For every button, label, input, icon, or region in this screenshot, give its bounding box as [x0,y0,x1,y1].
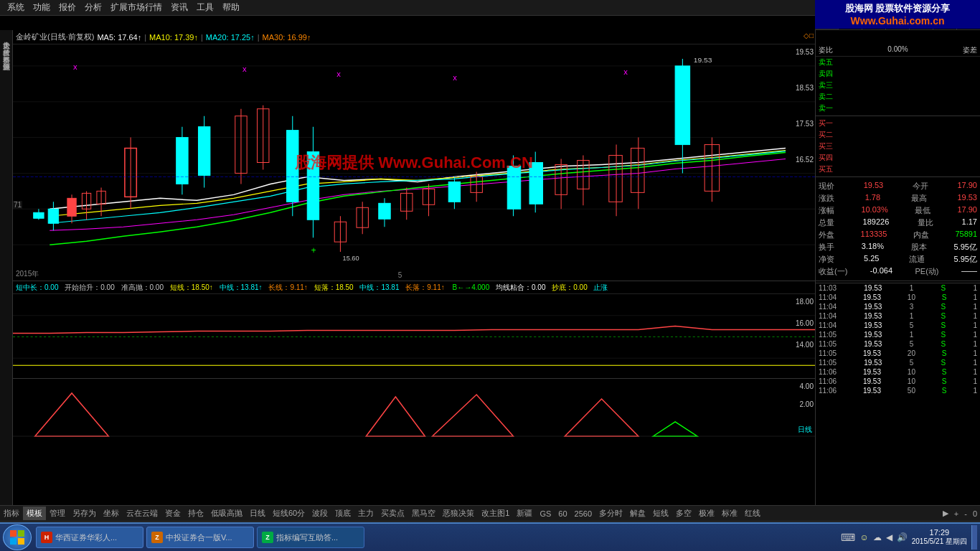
trade-val: 1 [973,349,977,357]
menu-info[interactable]: 资讯 [166,1,192,14]
start-button[interactable] [3,524,32,550]
sidebar-tech[interactable]: 技术分析 [0,40,13,46]
orderbook-diff-val: 0.00% [887,45,908,55]
pct-val: 10.03% [861,205,887,216]
trade-vol: 1 [910,312,914,320]
trade-price: 19.53 [864,303,882,311]
tab-2560[interactable]: 2560 [571,508,595,519]
tab-lowbuy[interactable]: 低吸高抛 [207,507,246,520]
trade-time: 11:05 [819,340,837,348]
tray-icon-4[interactable]: ◀ [886,532,892,542]
tab-manage[interactable]: 管理 [46,507,69,520]
low-val: 17.90 [957,205,977,216]
vol-val: 189226 [863,217,890,228]
menu-system[interactable]: 系统 [3,1,29,14]
volume-icon[interactable]: 🔊 [897,532,908,542]
svg-rect-48 [529,163,542,204]
trade-list-item: 11:06 19.53 10 S 1 [816,367,980,377]
trade-vol: 1 [910,331,914,339]
trade-vol: 10 [908,293,915,301]
tab-wolf[interactable]: 恶狼决策 [439,507,478,520]
orderbook-diff-label: 姿比 [819,45,833,55]
trade-val: 1 [973,293,977,301]
svg-rect-46 [507,166,520,209]
buy5-row: 买五 [819,164,977,175]
trade-vol: 10 [908,377,915,385]
tab-extreme[interactable]: 极准 [695,507,718,520]
left-num-71: 71 [13,201,22,209]
tab-coordinate[interactable]: 坐标 [100,507,123,520]
tab-position[interactable]: 持仓 [184,507,207,520]
tab-multitime[interactable]: 多分时 [595,507,626,520]
taskbar-app3[interactable]: Z 指标编写互助答... [257,527,364,548]
tab-xinjiang[interactable]: 新疆 [513,507,536,520]
tab-short60[interactable]: 短线60分 [269,507,308,520]
pct-label: 涨幅 [819,205,834,216]
show-desktop-btn[interactable] [971,525,977,550]
trade-price: 19.53 [863,293,881,301]
buy1-row: 买一 [819,118,977,129]
tab-standard[interactable]: 标准 [718,507,741,520]
trade-price: 19.53 [863,387,881,395]
tab-60[interactable]: 60 [555,508,570,519]
trade-dir: S [942,293,947,301]
menu-func[interactable]: 功能 [29,1,55,14]
tray-icon-1[interactable]: ⌨ [841,532,855,543]
tab-cloud[interactable]: 云在云端 [123,507,161,520]
ma10-label: MA10: 17.39↑ [149,33,198,42]
trade-vol: 50 [908,387,915,395]
taskbar-app1[interactable]: H 华西证券华彩人... [36,527,143,548]
tab-saveas[interactable]: 另存为 [69,507,100,520]
trade-price: 19.53 [864,340,882,348]
ratio-val: 1.17 [962,217,977,228]
tab-indicator[interactable]: 指标 [0,507,23,520]
tab-gs[interactable]: GS [536,508,555,519]
tray-icon-3[interactable]: ☁ [873,532,882,542]
chart-title: 金岭矿业(日线·前复权) [16,32,94,42]
tab-redline[interactable]: 红线 [741,507,764,520]
svg-text:x: x [623,67,628,76]
tab-daily[interactable]: 日线 [246,507,269,520]
tab-top[interactable]: 顶底 [331,507,354,520]
indicator-line1: 短中长：0.00 开始抬升：0.00 准高抛：0.00 短线：18.50↑ 中线… [13,281,815,294]
tab-analysis[interactable]: 解盘 [626,507,649,520]
sidebar-trend[interactable]: 大盘走势 [0,33,13,39]
tab-longshort[interactable]: 多空 [672,507,695,520]
sidebar-basic[interactable]: 基本资料 [0,47,13,53]
taskbar-app2[interactable]: Z 中投证券合一版V... [146,527,254,548]
tab-mainchart[interactable]: 改主图1 [478,507,513,520]
main-layout: 大盘走势 技术分析 基本资料 预测评级 金岭矿业(日线·前复权) MA5: 17… [0,30,980,507]
tab-template[interactable]: 模板 [23,507,46,520]
menu-extend[interactable]: 扩展市场行情 [106,1,166,14]
price-17-53: 17.53 [796,120,814,128]
tab-main[interactable]: 主力 [354,507,377,520]
tab-funds[interactable]: 资金 [161,507,184,520]
menu-tools[interactable]: 工具 [192,1,218,14]
sub1-scale-18: 18.00 [796,298,814,306]
svg-marker-74 [366,397,425,436]
menu-help[interactable]: 帮助 [218,1,244,14]
trade-price: 19.53 [863,349,881,357]
chart-header: 金岭矿业(日线·前复权) MA5: 17.64↑ | MA10: 17.39↑ … [13,30,815,44]
tray-icon-2[interactable]: ☺ [859,532,868,542]
trade-price: 19.53 [864,359,882,367]
tab-blackhorse[interactable]: 黑马空 [408,507,439,520]
svg-rect-42 [448,182,460,202]
open-label: 今开 [913,181,928,192]
tab-buysell[interactable]: 买卖点 [377,507,408,520]
sidebar-forecast[interactable]: 预测评级 [0,55,13,60]
tab-wave[interactable]: 波段 [308,507,331,520]
tab-shortline[interactable]: 短线 [649,507,672,520]
svg-rect-21 [198,127,209,176]
trade-vol: 10 [908,368,915,376]
left-sidebar: 大盘走势 技术分析 基本资料 预测评级 [0,30,13,507]
main-chart: 19.53 18.53 17.53 16.52 股海网提供 Www.Guhai.… [13,44,815,281]
low-label: 最低 [915,205,930,216]
menu-quote[interactable]: 报价 [55,1,80,14]
ext-val: 113335 [861,230,887,240]
clock-display[interactable]: 17:29 2015/5/21 星期四 [912,528,967,547]
ma5-label: MA5: 17.64↑ [97,33,141,42]
year-label: 2015年 [16,269,39,279]
menu-analysis[interactable]: 分析 [80,1,106,14]
trade-time: 11:05 [819,359,837,367]
